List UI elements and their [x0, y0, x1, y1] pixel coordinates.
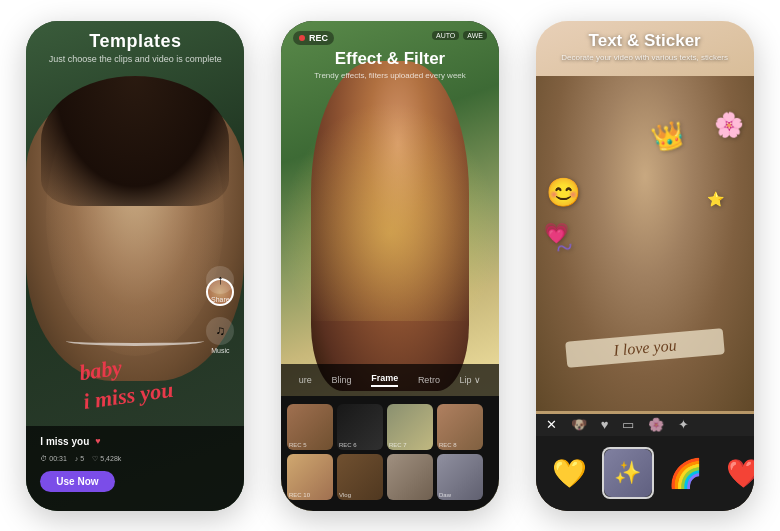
sparkle-icon-toolbar[interactable]: ✦ [678, 417, 689, 432]
thumb-rec8[interactable]: REC 8 [437, 404, 483, 450]
thumb-rec7-label: REC 7 [389, 442, 407, 448]
rec-label: REC [309, 33, 328, 43]
meta-clips: ♪ 5 [75, 455, 84, 463]
phone3-bottom-panel: ✕ 🐶 ♥ ▭ 🌸 ✦ 💛 ✨ 🌈 ❤️ 🧡 💚 [536, 416, 754, 511]
thumb-daw-label: Daw [439, 492, 451, 498]
flower-sticker: 🌸 [714, 111, 744, 139]
sticker-cell-rainbow[interactable]: 🌈 [660, 447, 712, 499]
thumb-rec6[interactable]: REC 6 [337, 404, 383, 450]
phone2-top-badges: AUTO AWE [432, 31, 487, 40]
phone3-subtitle: Decorate your video with various texts, … [536, 53, 754, 62]
thumb-rec10[interactable]: REC 10 [287, 454, 333, 500]
phone1-share-panel: ↑ Share ♫ Music [206, 266, 234, 354]
close-icon-toolbar[interactable]: ✕ [546, 417, 557, 432]
share-item-share[interactable]: ↑ Share [206, 266, 234, 303]
phone1-title: Templates [26, 31, 244, 52]
phone2-title-area: Effect & Filter Trendy effects, filters … [281, 49, 499, 80]
music-icon: ♫ [206, 317, 234, 345]
auto-badge: AUTO [432, 31, 459, 40]
main-container: Templates Just choose the clips and vide… [0, 0, 780, 531]
phone1-bottom-bar: I miss you ♥ ⏱ 00:31 ♪ 5 ♡ 5,428k Use No… [26, 426, 244, 511]
use-now-button[interactable]: Use Now [40, 471, 114, 492]
phone2-title: Effect & Filter [281, 49, 499, 69]
phone3-toolbar: ✕ 🐶 ♥ ▭ 🌸 ✦ [536, 414, 754, 436]
thumb-rec7[interactable]: REC 7 [387, 404, 433, 450]
heart-icon: ♥ [95, 436, 100, 446]
meta-duration: ⏱ 00:31 [40, 455, 67, 463]
phone1-meta-row: ⏱ 00:31 ♪ 5 ♡ 5,428k [40, 455, 230, 463]
sticker-cell-yellow-heart[interactable]: 💛 [544, 447, 596, 499]
phone3-title: Text & Sticker [536, 31, 754, 51]
filter-tab-retro[interactable]: Retro [418, 375, 440, 385]
thumb-rec10-label: REC 10 [289, 492, 310, 498]
rec-dot-icon [299, 35, 305, 41]
track-title: I miss you [40, 436, 89, 447]
phone2-thumb-row1: REC 5 REC 6 REC 7 REC 8 [287, 404, 493, 450]
rect-icon-toolbar[interactable]: ▭ [622, 417, 634, 432]
thumb-rec6-label: REC 6 [339, 442, 357, 448]
phone1-subtitle: Just choose the clips and video is compl… [26, 54, 244, 64]
phone1-hair [41, 76, 229, 206]
dog-icon-toolbar[interactable]: 🐶 [571, 417, 587, 432]
phone-templates: Templates Just choose the clips and vide… [26, 21, 244, 511]
phone2-rec-badge: REC [293, 31, 334, 45]
phone3-sticker-grid: 💛 ✨ 🌈 ❤️ 🧡 💚 [536, 436, 754, 511]
thumb-3[interactable] [387, 454, 433, 500]
phone2-bottom-grid: REC 5 REC 6 REC 7 REC 8 REC 10 Vlog Daw [281, 396, 499, 511]
meta-likes: ♡ 5,428k [92, 455, 121, 463]
phone-effect-filter: REC AUTO AWE Effect & Filter Trendy effe… [281, 21, 499, 511]
filter-tab-frame[interactable]: Frame [371, 373, 398, 387]
phone3-title-area: Text & Sticker Decorate your video with … [536, 31, 754, 62]
phone2-filter-bar: ure Bling Frame Retro Lip ∨ [281, 364, 499, 396]
filter-tab-bling[interactable]: Bling [332, 375, 352, 385]
thumb-rec5[interactable]: REC 5 [287, 404, 333, 450]
thumb-vlog-label: Vlog [339, 492, 351, 498]
phone2-thumb-row2: REC 10 Vlog Daw [287, 454, 493, 500]
share-item-music[interactable]: ♫ Music [206, 317, 234, 354]
thumb-rec8-label: REC 8 [439, 442, 457, 448]
music-label: Music [211, 347, 229, 354]
heart-icon-toolbar[interactable]: ♥ [601, 417, 609, 432]
thumb-daw[interactable]: Daw [437, 454, 483, 500]
thumb-vlog[interactable]: Vlog [337, 454, 383, 500]
phone1-track-info: I miss you ♥ [40, 436, 230, 447]
filter-tab-ure[interactable]: ure [299, 375, 312, 385]
phone1-necklace [66, 336, 204, 346]
share-icon: ↑ [206, 266, 234, 294]
thumb-rec5-label: REC 5 [289, 442, 307, 448]
awe-badge: AWE [463, 31, 487, 40]
share-label: Share [211, 296, 230, 303]
phone2-subtitle: Trendy effects, filters uploaded every w… [281, 71, 499, 80]
sticker-cell-red-heart[interactable]: ❤️ [718, 447, 754, 499]
star-sticker: ⭐ [707, 191, 724, 207]
sticker-cell-sparkle[interactable]: ✨ [602, 447, 654, 499]
filter-tab-lip[interactable]: Lip ∨ [460, 375, 482, 385]
phone-text-sticker: Text & Sticker Decorate your video with … [536, 21, 754, 511]
phone1-title-area: Templates Just choose the clips and vide… [26, 31, 244, 64]
flower-icon-toolbar[interactable]: 🌸 [648, 417, 664, 432]
phone2-sparkle [281, 101, 499, 321]
smiley-sticker: 😊 [546, 176, 581, 209]
